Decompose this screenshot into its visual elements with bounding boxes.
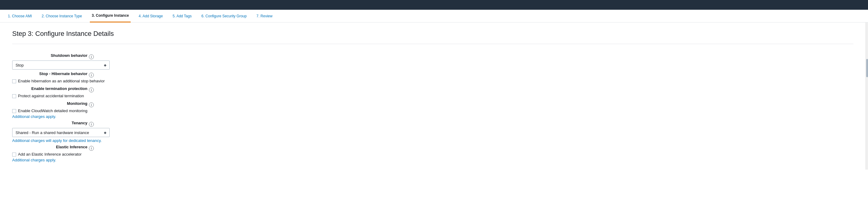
step-3-label: 3. Configure Instance (92, 13, 129, 17)
step-2-label: 2. Choose Instance Type (42, 14, 82, 18)
tenancy-label-cell: Tenancy i (12, 119, 97, 127)
monitoring-link[interactable]: Additional charges apply. (12, 114, 854, 119)
shutdown-behavior-label: Shutdown behavior (51, 53, 87, 58)
hibernate-info-icon[interactable]: i (89, 73, 94, 77)
monitoring-label: Monitoring (67, 101, 87, 106)
termination-info-icon[interactable]: i (89, 87, 94, 93)
shutdown-behavior-value: Stop (16, 63, 101, 68)
tenancy-info-icon[interactable]: i (89, 122, 94, 127)
step-2[interactable]: 2. Choose Instance Type (40, 10, 84, 23)
tenancy-control: Shared - Run a shared hardware instance … (12, 127, 854, 143)
elastic-inference-label-cell: Elastic Inference i (12, 143, 97, 151)
elastic-inference-control: Add an Elastic Inference accelerator Add… (12, 151, 854, 162)
elastic-inference-link[interactable]: Additional charges apply. (12, 158, 854, 162)
hibernate-control: Enable hibernation as an additional stop… (12, 77, 854, 83)
tenancy-arrow: ◆ (104, 131, 106, 135)
monitoring-row: Monitoring i Enable CloudWatch detailed … (12, 99, 854, 119)
termination-checkbox[interactable] (12, 94, 16, 98)
shutdown-behavior-arrow: ◆ (104, 63, 106, 67)
tenancy-link[interactable]: Additional charges will apply for dedica… (12, 138, 854, 143)
shutdown-behavior-label-cell: Shutdown behavior i (12, 51, 97, 59)
elastic-inference-checkbox-row: Add an Elastic Inference accelerator (12, 152, 854, 156)
hibernate-checkbox-row: Enable hibernation as an additional stop… (12, 79, 854, 83)
scrollbar-thumb[interactable] (866, 59, 868, 77)
tenancy-label: Tenancy (71, 121, 87, 125)
elastic-inference-row: Elastic Inference i Add an Elastic Infer… (12, 143, 854, 162)
step-5[interactable]: 5. Add Tags (171, 10, 194, 23)
step-7-label: 7. Review (256, 14, 273, 18)
elastic-inference-info-icon[interactable]: i (89, 146, 94, 151)
step-7[interactable]: 7. Review (255, 10, 274, 23)
top-nav (0, 0, 868, 10)
step-1-label: 1. Choose AMI (8, 14, 32, 18)
shutdown-behavior-select[interactable]: Stop ◆ (12, 61, 110, 70)
monitoring-checkbox-label: Enable CloudWatch detailed monitoring (18, 108, 87, 113)
content-area: Step 3: Configure Instance Details Shutd… (0, 23, 866, 170)
steps-bar: 1. Choose AMI 2. Choose Instance Type 3.… (0, 10, 868, 23)
elastic-inference-checkbox[interactable] (12, 152, 16, 156)
tenancy-select[interactable]: Shared - Run a shared hardware instance … (12, 128, 110, 137)
monitoring-label-cell: Monitoring i (12, 99, 97, 107)
termination-checkbox-label: Protect against accidental termination (18, 94, 84, 98)
page-content: Step 3: Configure Instance Details Shutd… (0, 23, 866, 170)
hibernate-checkbox[interactable] (12, 79, 16, 83)
tenancy-row: Tenancy i Shared - Run a shared hardware… (12, 119, 854, 143)
step-5-label: 5. Add Tags (173, 14, 192, 18)
monitoring-checkbox-row: Enable CloudWatch detailed monitoring (12, 108, 854, 113)
step-4-label: 4. Add Storage (138, 14, 163, 18)
hibernate-label: Stop - Hibernate behavior (39, 71, 87, 76)
hibernate-behavior-row: Stop - Hibernate behavior i Enable hiber… (12, 70, 854, 83)
termination-label: Enable termination protection (31, 86, 87, 91)
step-1[interactable]: 1. Choose AMI (6, 10, 34, 23)
termination-control: Protect against accidental termination (12, 93, 854, 98)
hibernate-checkbox-label: Enable hibernation as an additional stop… (18, 79, 105, 83)
elastic-inference-label: Elastic Inference (56, 145, 87, 149)
monitoring-info-icon[interactable]: i (89, 102, 94, 107)
shutdown-behavior-control: Stop ◆ (12, 59, 854, 70)
shutdown-behavior-info-icon[interactable]: i (89, 55, 94, 59)
shutdown-behavior-row: Shutdown behavior i Stop ◆ (12, 51, 854, 70)
monitoring-checkbox[interactable] (12, 109, 16, 113)
page-title: Step 3: Configure Instance Details (12, 30, 854, 38)
scrollbar-track[interactable] (866, 23, 868, 170)
step-6-label: 6. Configure Security Group (201, 14, 247, 18)
termination-checkbox-row: Protect against accidental termination (12, 94, 854, 98)
hibernate-label-cell: Stop - Hibernate behavior i (12, 70, 97, 77)
monitoring-control: Enable CloudWatch detailed monitoring Ad… (12, 107, 854, 119)
termination-protection-row: Enable termination protection i Protect … (12, 84, 854, 98)
elastic-inference-checkbox-label: Add an Elastic Inference accelerator (18, 152, 82, 156)
main-area: Step 3: Configure Instance Details Shutd… (0, 23, 868, 170)
tenancy-value: Shared - Run a shared hardware instance (16, 131, 101, 135)
termination-label-cell: Enable termination protection i (12, 84, 97, 93)
step-6[interactable]: 6. Configure Security Group (199, 10, 249, 23)
step-4[interactable]: 4. Add Storage (137, 10, 164, 23)
step-3: 3. Configure Instance (90, 10, 131, 23)
section-divider (12, 44, 854, 44)
